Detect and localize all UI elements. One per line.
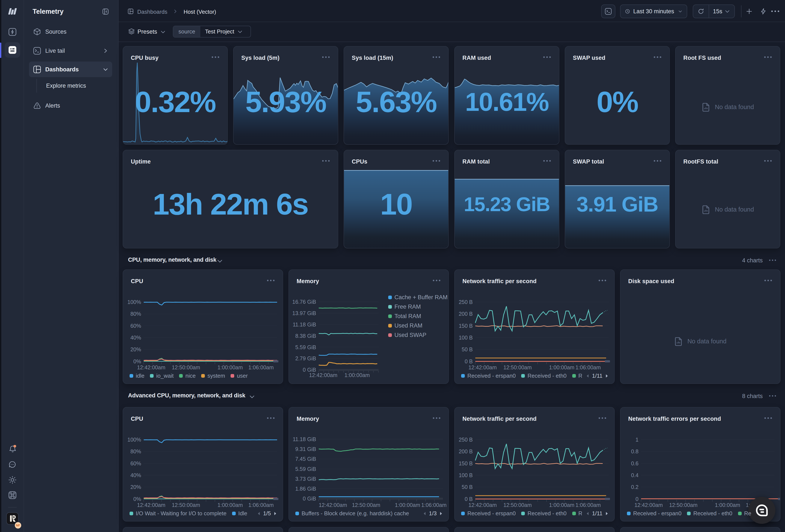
svg-text:150 B: 150 B (459, 460, 473, 467)
svg-text:12:50:00am: 12:50:00am (172, 502, 200, 508)
svg-text:20%: 20% (130, 346, 141, 352)
svg-text:50 B: 50 B (462, 484, 473, 490)
svg-text:40%: 40% (130, 335, 141, 341)
svg-text:1:06:00am: 1:06:00am (576, 502, 601, 508)
svg-text:100 B: 100 B (459, 335, 473, 341)
svg-text:0%: 0% (133, 496, 141, 502)
svg-text:200 B: 200 B (459, 311, 473, 317)
svg-text:7.45 GiB: 7.45 GiB (295, 456, 316, 462)
svg-text:12:50:00am: 12:50:00am (669, 502, 698, 508)
svg-text:0.4: 0.4 (631, 472, 638, 478)
svg-text:100%: 100% (127, 436, 141, 443)
svg-text:11.18 GiB: 11.18 GiB (293, 436, 316, 442)
svg-text:12:42:00am: 12:42:00am (469, 364, 497, 370)
svg-text:12:50:00am: 12:50:00am (352, 502, 380, 508)
svg-text:12:42:00am: 12:42:00am (469, 502, 497, 508)
svg-text:0 B: 0 B (464, 496, 473, 502)
svg-text:12:42:00am: 12:42:00am (137, 364, 166, 370)
svg-text:80%: 80% (130, 311, 141, 317)
svg-text:1:00:00am: 1:00:00am (549, 502, 574, 508)
svg-text:250 B: 250 B (459, 436, 473, 443)
svg-text:1:06:00am: 1:06:00am (421, 502, 447, 508)
svg-text:1.86 GiB: 1.86 GiB (295, 486, 316, 492)
svg-text:60%: 60% (130, 460, 141, 467)
svg-text:1:06:00am: 1:06:00am (576, 364, 601, 370)
svg-text:12:42:00am: 12:42:00am (309, 372, 337, 378)
svg-text:11.18 GiB: 11.18 GiB (293, 321, 316, 327)
svg-text:0%: 0% (133, 358, 141, 364)
svg-text:80%: 80% (130, 448, 141, 454)
svg-text:12:50:00am: 12:50:00am (503, 364, 532, 370)
svg-text:12:50:00am: 12:50:00am (172, 364, 200, 370)
svg-text:150 B: 150 B (459, 323, 473, 329)
svg-text:1:06:00am: 1:06:00am (248, 364, 274, 370)
svg-text:1:00:00am: 1:00:00am (395, 502, 420, 508)
svg-text:50 B: 50 B (462, 346, 473, 352)
svg-text:13.97 GiB: 13.97 GiB (292, 310, 316, 316)
svg-text:1: 1 (635, 436, 638, 443)
svg-text:0.2: 0.2 (631, 484, 638, 490)
svg-text:60%: 60% (130, 323, 141, 329)
svg-text:5.59 GiB: 5.59 GiB (295, 344, 316, 350)
svg-text:5.59 GiB: 5.59 GiB (295, 466, 316, 472)
svg-text:9.31 GiB: 9.31 GiB (295, 446, 316, 452)
svg-text:200 B: 200 B (459, 448, 473, 454)
svg-text:1:00:00am: 1:00:00am (549, 364, 574, 370)
svg-text:12:50:00am: 12:50:00am (503, 502, 532, 508)
svg-text:250 B: 250 B (459, 299, 473, 305)
svg-text:0 B: 0 B (464, 358, 473, 364)
svg-text:2.79 GiB: 2.79 GiB (295, 355, 316, 362)
svg-text:3.73 GiB: 3.73 GiB (295, 476, 316, 482)
svg-text:8.38 GiB: 8.38 GiB (295, 333, 316, 339)
svg-text:1:00:00am: 1:00:00am (218, 502, 243, 508)
svg-text:1:00:00am: 1:00:00am (218, 364, 243, 370)
svg-text:0.8: 0.8 (631, 448, 638, 454)
svg-text:12:42:00am: 12:42:00am (137, 502, 166, 508)
svg-text:1:00:00am: 1:00:00am (345, 372, 370, 378)
svg-text:0 GiB: 0 GiB (303, 496, 316, 502)
svg-text:40%: 40% (130, 472, 141, 478)
svg-text:0: 0 (635, 496, 638, 502)
svg-text:16.76 GiB: 16.76 GiB (292, 299, 316, 305)
svg-text:1:00:00am: 1:00:00am (715, 502, 740, 508)
svg-text:0.6: 0.6 (631, 460, 638, 467)
svg-text:12:42:00am: 12:42:00am (634, 502, 663, 508)
svg-text:20%: 20% (130, 484, 141, 490)
svg-text:100%: 100% (127, 299, 141, 305)
svg-text:100 B: 100 B (459, 472, 473, 478)
svg-text:1:06:00am: 1:06:00am (248, 502, 274, 508)
svg-text:12:42:00am: 12:42:00am (319, 502, 347, 508)
